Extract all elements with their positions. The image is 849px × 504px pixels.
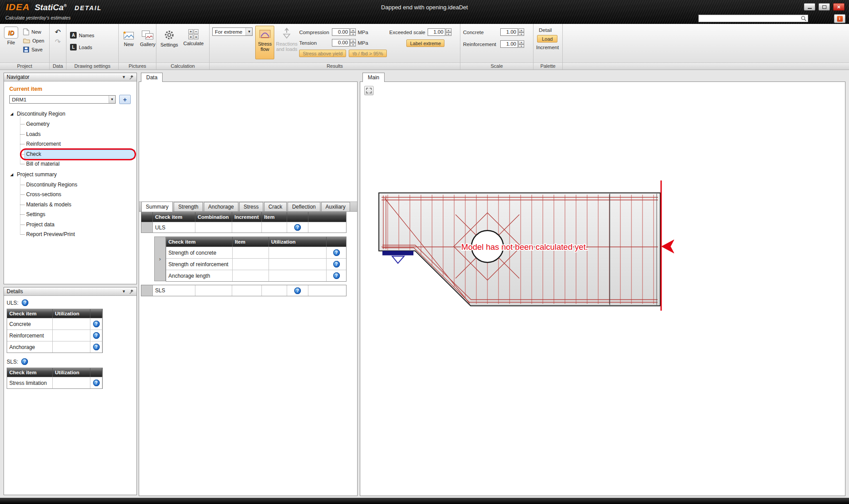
undo-icon[interactable]: ↶ — [53, 28, 63, 36]
tab-strength[interactable]: Strength — [174, 202, 203, 211]
reinforcement-scale-stepper[interactable]: 1.00▲▼ — [500, 40, 524, 48]
settings-button[interactable]: Settings — [159, 28, 179, 61]
save-project-button[interactable]: Save — [22, 45, 45, 54]
help-icon[interactable]: ? — [333, 261, 340, 268]
tree-item-loads[interactable]: Loads — [4, 129, 136, 140]
close-button[interactable]: × — [833, 3, 845, 11]
help-icon[interactable]: ? — [21, 358, 28, 365]
help-icon[interactable]: ? — [93, 380, 100, 386]
add-item-button[interactable]: + — [119, 95, 131, 104]
document-title: Dapped end with opening.ideaDet — [0, 4, 849, 11]
tab-data[interactable]: Data — [141, 73, 163, 82]
reinforcement-spin-icons[interactable]: ▲▼ — [518, 40, 524, 48]
help-icon[interactable]: ? — [22, 299, 28, 306]
tab-stress[interactable]: Stress — [239, 202, 263, 211]
open-project-button[interactable]: Open — [22, 36, 45, 45]
column-header: Increment — [232, 212, 262, 222]
tab-summary[interactable]: Summary — [141, 202, 173, 212]
current-item-dropdown[interactable]: DRM1 ▼ — [9, 95, 116, 104]
tree-item-report-preview-print[interactable]: Report Preview/Print — [4, 229, 136, 240]
tab-anchorage[interactable]: Anchorage — [204, 202, 238, 211]
exceeded-scale-spin-icons[interactable]: ▲▼ — [446, 28, 452, 36]
search-box — [698, 15, 808, 22]
navigator-collapse-icon[interactable]: ▼ — [122, 75, 126, 79]
tab-crack[interactable]: Crack — [264, 202, 287, 211]
window-bottom-edge — [0, 498, 849, 504]
column-header: Item — [233, 237, 269, 247]
maximize-button[interactable] — [818, 3, 830, 11]
exceeded-scale-stepper[interactable]: 1.00▲▼ — [428, 28, 452, 36]
new-project-button[interactable]: New — [22, 27, 45, 36]
group-label-drawing: Drawing settings — [66, 62, 118, 70]
tab-deflection[interactable]: Deflection — [288, 202, 320, 211]
tree-item-discontinuity-regions[interactable]: Discontinuity Regions — [4, 180, 136, 190]
reactions-loads-toggle[interactable]: Reactions and loads — [277, 26, 296, 59]
column-header — [90, 309, 102, 318]
help-icon[interactable]: ? — [333, 249, 340, 256]
table-row[interactable]: Concrete — [7, 318, 53, 330]
table-row[interactable]: Reinforcement — [7, 330, 53, 341]
tree-item-geometry[interactable]: Geometry — [4, 119, 136, 129]
help-icon[interactable]: ? — [93, 344, 100, 350]
label-extreme-toggle[interactable]: Label extreme — [406, 39, 444, 47]
stress-above-yield-toggle[interactable]: Stress above yield — [299, 50, 346, 57]
concrete-scale-stepper[interactable]: 1.00▲▼ — [500, 28, 524, 36]
help-icon[interactable]: ? — [333, 272, 340, 279]
info-button[interactable]: i — [834, 14, 845, 23]
main-drawing-panel: Model has not been calculated yet. — [360, 81, 845, 496]
help-icon[interactable]: ? — [294, 224, 301, 231]
tree-item-bill-of-material[interactable]: Bill of material — [4, 159, 136, 169]
help-icon[interactable]: ? — [93, 332, 100, 339]
help-icon[interactable]: ? — [93, 321, 100, 327]
fit-view-button[interactable] — [364, 86, 374, 95]
table-row[interactable]: Anchorage — [7, 341, 53, 353]
tension-stepper[interactable]: 0.00▲▼ — [332, 39, 356, 47]
picture-new-button[interactable]: ★ New — [121, 29, 136, 61]
tree-item-check[interactable]: Check — [4, 149, 136, 159]
palette-load-option[interactable]: Load — [537, 35, 557, 43]
navigator-pin-icon[interactable] — [129, 75, 134, 80]
tree-section-project-summary[interactable]: ◢ Project summary — [4, 169, 136, 180]
concrete-spin-icons[interactable]: ▲▼ — [518, 28, 524, 36]
search-input[interactable] — [699, 16, 801, 21]
product-name: DETAIL — [74, 4, 102, 12]
tree-item-project-data[interactable]: Project data — [4, 220, 136, 230]
tree-section-discontinuity-region[interactable]: ◢ Discontinuity Region — [4, 109, 136, 119]
tab-main[interactable]: Main — [362, 73, 385, 82]
stress-flow-toggle[interactable]: Stress flow — [255, 26, 274, 59]
tension-spin-icons[interactable]: ▲▼ — [350, 39, 356, 47]
column-header: Utilization — [53, 368, 90, 377]
extreme-dropdown[interactable]: For extreme ▼ — [212, 27, 253, 36]
tree-item-cross-sections[interactable]: Cross-sections — [4, 190, 136, 200]
bond-check-toggle[interactable]: τb / fbd > 95% — [349, 50, 386, 57]
compression-stepper[interactable]: 0.00▲▼ — [332, 28, 356, 36]
table-row[interactable]: Stress limitation — [7, 377, 53, 388]
palette-detail-option[interactable]: Detail — [536, 27, 552, 33]
row-expander[interactable]: › — [154, 236, 166, 281]
uls-row[interactable]: ULS — [153, 222, 195, 233]
details-pin-icon[interactable] — [129, 289, 134, 294]
tree-item-settings[interactable]: Settings — [4, 209, 136, 220]
loads-toggle[interactable]: L Loads — [69, 43, 95, 51]
calculate-button[interactable]: +−×= Calculate — [182, 28, 205, 61]
compression-spin-icons[interactable]: ▲▼ — [350, 28, 356, 36]
names-toggle[interactable]: A Names — [69, 31, 95, 39]
structure-drawing-canvas[interactable]: Model has not been calculated yet. — [360, 82, 845, 496]
reactions-icon — [282, 27, 292, 40]
tree-item-reinforcement[interactable]: Reinforcement — [4, 139, 136, 149]
file-button[interactable]: ID File — [3, 26, 19, 61]
tree-item-materials-models[interactable]: Materials & models — [4, 200, 136, 210]
table-row[interactable]: Anchorage length — [166, 270, 233, 281]
gallery-button[interactable]: Gallery — [139, 29, 157, 61]
table-row[interactable]: Strength of reinforcement — [166, 258, 233, 270]
palette-increment-option[interactable]: Increment — [536, 45, 559, 50]
redo-icon[interactable]: ↷ — [53, 38, 63, 46]
tab-auxiliary[interactable]: Auxiliary — [321, 202, 350, 211]
details-collapse-icon[interactable]: ▼ — [122, 289, 126, 294]
uls-label: ULS: — [7, 300, 19, 306]
column-header: Utilization — [53, 309, 90, 318]
sls-row[interactable]: SLS — [153, 285, 195, 296]
help-icon[interactable]: ? — [294, 287, 301, 294]
table-row[interactable]: Strength of concrete — [166, 247, 233, 258]
minimize-button[interactable] — [804, 3, 815, 11]
